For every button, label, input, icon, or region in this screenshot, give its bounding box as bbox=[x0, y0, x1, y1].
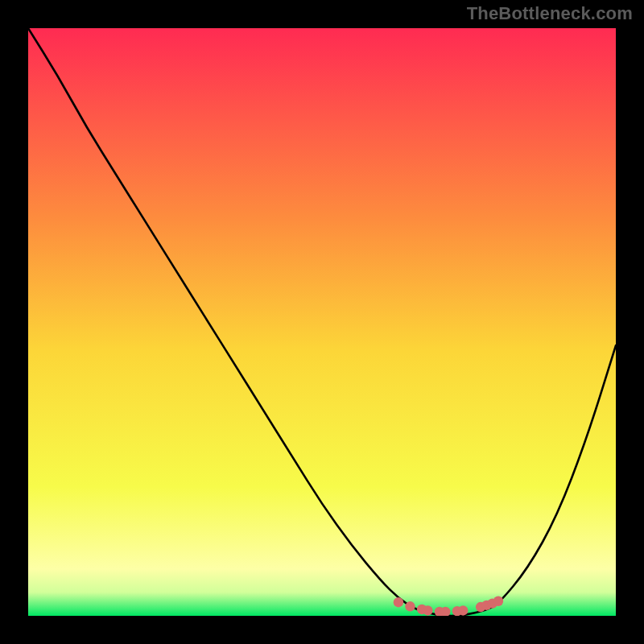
plot-area bbox=[28, 28, 616, 616]
bottleneck-chart bbox=[28, 28, 616, 616]
optimal-marker bbox=[405, 601, 415, 611]
watermark-text: TheBottleneck.com bbox=[467, 3, 633, 24]
gradient-background bbox=[28, 28, 616, 616]
optimal-marker bbox=[458, 605, 468, 615]
optimal-marker bbox=[423, 605, 432, 615]
optimal-marker bbox=[394, 597, 403, 607]
optimal-marker bbox=[493, 597, 503, 606]
chart-frame: TheBottleneck.com bbox=[0, 0, 644, 644]
